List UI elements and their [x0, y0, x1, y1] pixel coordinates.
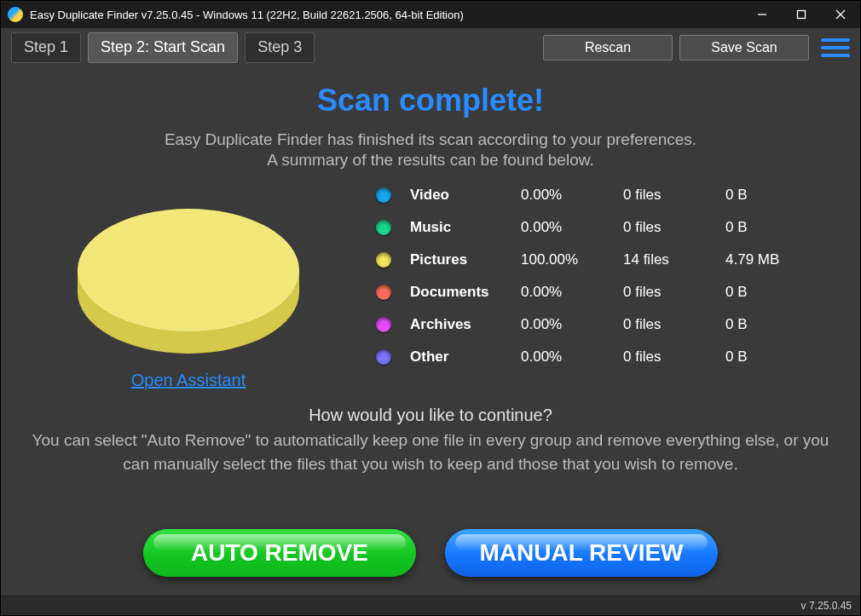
category-percent: 100.00% — [521, 251, 623, 268]
window-minimize-button[interactable] — [743, 1, 782, 28]
category-label: Music — [410, 219, 521, 236]
category-table: Video 0.00% 0 files 0 B Music 0.00% 0 fi… — [376, 181, 860, 390]
category-size: 0 B — [725, 187, 811, 204]
category-size: 4.79 MB — [725, 251, 811, 268]
continue-description: You can select "Auto Remove" to automati… — [32, 429, 829, 475]
category-files: 0 files — [623, 284, 725, 301]
manual-review-button[interactable]: MANUAL REVIEW — [445, 529, 718, 577]
window-maximize-button[interactable] — [782, 1, 821, 28]
svg-point-6 — [78, 209, 299, 331]
table-row: Pictures 100.00% 14 files 4.79 MB — [376, 251, 826, 268]
footer: v 7.25.0.45 — [1, 596, 860, 615]
window-close-button[interactable] — [821, 1, 860, 28]
pie-chart-panel: Open Assistant — [1, 181, 376, 390]
svg-rect-1 — [798, 11, 806, 19]
maximize-icon — [796, 9, 806, 20]
tab-step-3[interactable]: Step 3 — [245, 32, 315, 63]
subtitle-line-2: A summary of the results can be found be… — [267, 151, 593, 170]
subtitle-line-1: Easy Duplicate Finder has finished its s… — [165, 130, 696, 149]
minimize-icon — [757, 9, 767, 20]
results-row: Open Assistant Video 0.00% 0 files 0 B M… — [1, 181, 860, 390]
category-files: 0 files — [623, 219, 725, 236]
close-icon — [835, 9, 846, 20]
tab-step-2[interactable]: Step 2: Start Scan — [88, 32, 238, 63]
category-percent: 0.00% — [521, 219, 623, 236]
table-row: Other 0.00% 0 files 0 B — [376, 348, 826, 366]
category-swatch-archives — [376, 317, 391, 332]
category-files: 0 files — [623, 316, 725, 333]
menu-button[interactable] — [821, 35, 850, 60]
open-assistant-link[interactable]: Open Assistant — [131, 371, 246, 390]
auto-remove-button[interactable]: AUTO REMOVE — [143, 529, 416, 577]
category-swatch-other — [376, 349, 391, 365]
category-label: Pictures — [410, 251, 521, 268]
app-icon — [8, 7, 23, 22]
footer-version: v 7.25.0.45 — [801, 600, 852, 612]
category-label: Documents — [410, 284, 521, 301]
titlebar: Easy Duplicate Finder v7.25.0.45 - Windo… — [1, 1, 860, 28]
category-label: Archives — [410, 316, 521, 333]
scan-complete-heading: Scan complete! — [317, 83, 544, 118]
category-files: 14 files — [623, 251, 725, 268]
app-window: Easy Duplicate Finder v7.25.0.45 - Windo… — [0, 0, 861, 616]
action-buttons-row: AUTO REMOVE MANUAL REVIEW — [1, 529, 860, 577]
category-percent: 0.00% — [521, 284, 623, 301]
rescan-button[interactable]: Rescan — [543, 35, 673, 60]
category-swatch-documents — [376, 285, 391, 300]
tab-step-1[interactable]: Step 1 — [11, 32, 81, 63]
continue-question: How would you like to continue? — [309, 406, 552, 425]
category-files: 0 files — [623, 348, 725, 366]
category-size: 0 B — [725, 348, 811, 366]
table-row: Music 0.00% 0 files 0 B — [376, 219, 826, 236]
category-swatch-pictures — [376, 252, 391, 268]
table-row: Video 0.00% 0 files 0 B — [376, 187, 826, 204]
content-area: Scan complete! Easy Duplicate Finder has… — [1, 64, 860, 596]
table-row: Archives 0.00% 0 files 0 B — [376, 316, 826, 333]
category-size: 0 B — [725, 284, 811, 301]
category-label: Other — [410, 348, 521, 366]
save-scan-button[interactable]: Save Scan — [679, 35, 809, 60]
category-swatch-video — [376, 187, 391, 203]
pie-chart — [56, 181, 321, 369]
window-title: Easy Duplicate Finder v7.25.0.45 - Windo… — [30, 9, 464, 21]
category-size: 0 B — [725, 219, 811, 236]
category-percent: 0.00% — [521, 187, 623, 204]
category-label: Video — [410, 187, 521, 204]
category-swatch-music — [376, 220, 391, 235]
category-percent: 0.00% — [521, 348, 623, 366]
category-size: 0 B — [725, 316, 811, 333]
category-percent: 0.00% — [521, 316, 623, 333]
hamburger-icon — [821, 38, 850, 42]
table-row: Documents 0.00% 0 files 0 B — [376, 284, 826, 301]
category-files: 0 files — [623, 187, 725, 204]
toolbar: Step 1 Step 2: Start Scan Step 3 Rescan … — [1, 28, 860, 64]
